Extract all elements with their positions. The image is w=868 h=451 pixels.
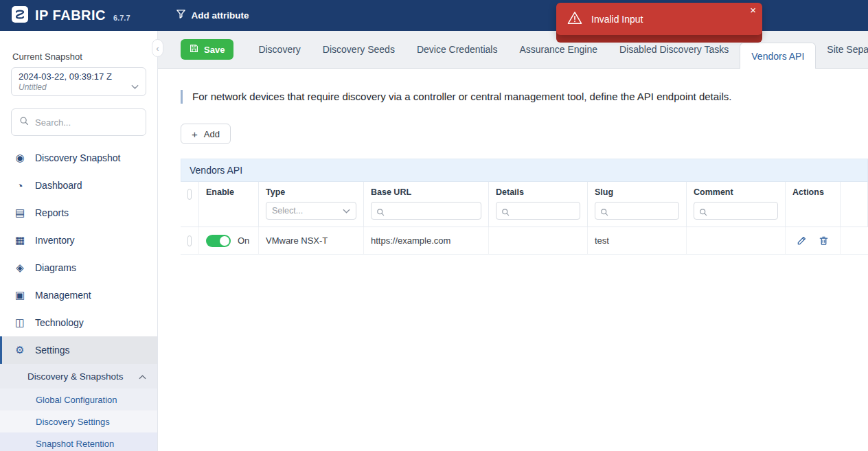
sidebar-collapse-handle[interactable]: ‹: [152, 39, 163, 57]
discovery-snapshot-icon: ◉: [14, 152, 26, 164]
base-url-filter-input[interactable]: [371, 202, 481, 220]
sidebar-item-diagrams[interactable]: ◈ Diagrams: [0, 254, 157, 281]
search-icon: [376, 207, 385, 219]
sidebar-item-snapshot-retention[interactable]: Snapshot Retention: [0, 432, 157, 451]
search-input[interactable]: [35, 117, 156, 128]
toast-message: Invalid Input: [591, 14, 643, 25]
sidebar-item-global-configuration[interactable]: Global Configuration: [0, 389, 157, 410]
column-label: Enable: [206, 187, 251, 197]
header-details: Details: [489, 182, 588, 227]
header-type: Type Select...: [259, 182, 364, 227]
warning-icon: [567, 11, 582, 27]
edit-pencil-icon[interactable]: [797, 235, 807, 246]
management-icon: ▣: [14, 289, 26, 301]
add-button[interactable]: + Add: [181, 124, 231, 144]
technology-icon: ◫: [14, 316, 26, 329]
header-comment: Comment: [687, 182, 786, 227]
header-base-url: Base URL: [364, 182, 489, 227]
snapshot-dropdown[interactable]: 2024-03-22, 09:39:17 Z Untitled: [11, 67, 146, 96]
tab-vendors-api[interactable]: Vendors API: [740, 43, 816, 69]
header-select-cell: [181, 182, 199, 227]
enable-toggle[interactable]: [206, 235, 231, 247]
row-filler-cell: [841, 227, 868, 255]
type-filter-select[interactable]: Select...: [266, 202, 356, 220]
chevron-up-icon: [139, 371, 146, 382]
toggle-state-label: On: [238, 235, 249, 246]
column-label: Base URL: [371, 187, 481, 197]
sidebar-item-discovery-snapshot[interactable]: ◉ Discovery Snapshot: [0, 144, 157, 172]
row-checkbox[interactable]: [187, 235, 192, 246]
tab-discovery[interactable]: Discovery: [247, 31, 311, 68]
cell-comment: [687, 227, 786, 255]
save-button[interactable]: Save: [181, 39, 233, 60]
select-all-checkbox[interactable]: [187, 189, 192, 200]
table-header-row: Enable Type Select... Base URL: [181, 182, 868, 227]
sidebar-item-management[interactable]: ▣ Management: [0, 281, 157, 309]
cell-type: VMware NSX-T: [259, 227, 364, 255]
tab-site-separation[interactable]: Site Separation: [816, 31, 868, 68]
sidebar: Current Snapshot 2024-03-22, 09:39:17 Z …: [0, 31, 158, 451]
ip-fabric-logo[interactable]: IP FABRIC 6.7.7: [11, 5, 130, 26]
current-snapshot-label: Current Snapshot: [12, 51, 157, 62]
search-icon: [699, 207, 707, 219]
diagrams-icon: ◈: [14, 262, 26, 274]
add-attribute-button[interactable]: Add attribute: [176, 9, 249, 22]
save-icon: [190, 44, 198, 55]
snapshot-date: 2024-03-22, 09:39:17 Z: [19, 71, 126, 82]
search-icon: [501, 207, 510, 219]
brand-name: IP FABRIC: [35, 8, 106, 23]
main-content: Save Discovery Discovery Seeds Device Cr…: [158, 31, 868, 451]
sidebar-item-technology[interactable]: ◫ Technology: [0, 309, 157, 336]
gear-icon: ⚙: [14, 344, 26, 356]
close-icon[interactable]: ×: [750, 5, 756, 15]
type-filter-placeholder: Select...: [272, 206, 303, 216]
table-title: Vendors API: [181, 159, 868, 182]
chevron-down-icon: [131, 80, 139, 92]
sidebar-item-reports[interactable]: ▤ Reports: [0, 199, 157, 227]
submenu-item-label: Global Configuration: [36, 395, 117, 405]
panel-description: For network devices that require discove…: [181, 90, 771, 104]
sidebar-menu: ◉ Discovery Snapshot ◔ Dashboard ▤ Repor…: [0, 144, 157, 451]
sidebar-item-discovery-settings[interactable]: Discovery Settings: [0, 410, 157, 432]
cell-slug: test: [588, 227, 687, 255]
version-label: 6.7.7: [113, 14, 130, 22]
sidebar-item-label: Settings: [35, 345, 70, 356]
chevron-down-icon: [343, 209, 350, 213]
column-label: Details: [496, 187, 580, 197]
sidebar-item-dashboard[interactable]: ◔ Dashboard: [0, 172, 157, 199]
snapshot-name: Untitled: [19, 82, 126, 92]
save-button-label: Save: [204, 45, 225, 55]
column-label: Type: [266, 187, 356, 197]
search-icon: [600, 207, 608, 219]
sidebar-item-label: Reports: [35, 207, 69, 218]
submenu-header-label: Discovery & Snapshots: [27, 371, 124, 382]
sidebar-item-label: Dashboard: [35, 180, 82, 191]
column-label: Slug: [595, 187, 679, 197]
funnel-icon: [176, 9, 186, 22]
inventory-icon: ▦: [14, 234, 26, 246]
add-attribute-label: Add attribute: [192, 10, 249, 21]
cell-actions: [786, 227, 841, 255]
sidebar-item-settings[interactable]: ⚙ Settings: [0, 336, 157, 364]
sidebar-item-label: Management: [35, 290, 91, 301]
error-toast: Invalid Input ×: [556, 3, 762, 35]
vendors-api-table: Vendors API Enable Type Select...: [181, 159, 868, 255]
tab-device-credentials[interactable]: Device Credentials: [406, 31, 509, 68]
table-row: On VMware NSX-T https://example.com test: [181, 227, 868, 255]
sidebar-item-inventory[interactable]: ▦ Inventory: [0, 227, 157, 254]
delete-trash-icon[interactable]: [819, 235, 829, 246]
vendors-api-panel: For network devices that require discove…: [158, 90, 868, 255]
sidebar-item-label: Inventory: [35, 235, 75, 246]
sidebar-item-label: Diagrams: [35, 262, 76, 273]
add-button-label: Add: [204, 129, 220, 139]
column-label: Comment: [694, 187, 778, 197]
sidebar-item-discovery-and-snapshots[interactable]: Discovery & Snapshots: [0, 364, 157, 389]
cell-enable: On: [199, 227, 259, 255]
tab-discovery-seeds[interactable]: Discovery Seeds: [312, 31, 406, 68]
reports-icon: ▤: [14, 207, 26, 219]
dashboard-icon: ◔: [14, 180, 26, 192]
header-actions: Actions: [786, 182, 841, 227]
ip-fabric-logo-icon: [11, 5, 29, 26]
row-select-cell: [181, 227, 199, 255]
sidebar-item-label: Discovery Snapshot: [35, 152, 121, 163]
